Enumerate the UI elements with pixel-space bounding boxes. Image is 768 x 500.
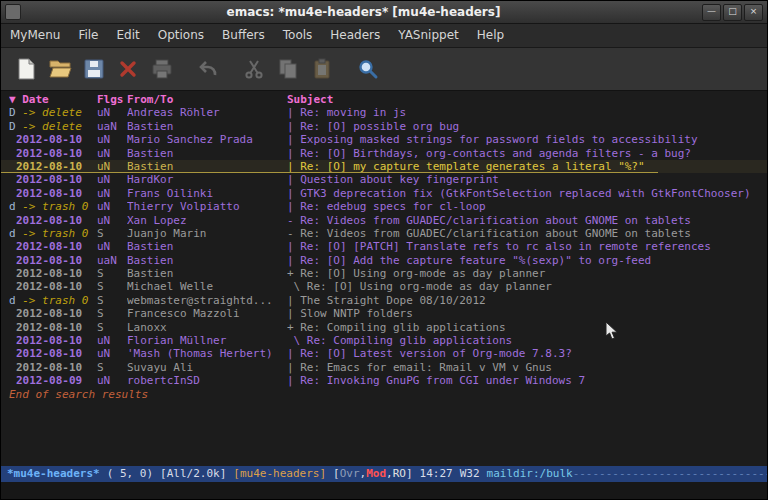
message-row[interactable]: 2012-08-10uNXan Lopez- Re: Videos from G… xyxy=(1,214,767,227)
message-mark: D -> delete xyxy=(9,120,97,133)
window-menu-icon[interactable] xyxy=(5,4,21,20)
message-row[interactable]: 2012-08-10SSuvayu Ali| Re: Emacs for ema… xyxy=(1,361,767,374)
message-flags: uN xyxy=(97,214,127,227)
end-of-results: End of search results xyxy=(1,388,767,401)
maximize-button[interactable]: □ xyxy=(723,4,742,21)
open-file-button[interactable] xyxy=(45,54,75,84)
mark-prefix: d xyxy=(9,227,16,240)
message-subject: + Re: Compiling glib applications xyxy=(287,321,767,334)
emacs-window: emacs: *mu4e-headers* [mu4e-headers] —□×… xyxy=(0,0,768,500)
message-from: webmaster@straightd... xyxy=(127,294,287,307)
menu-item-yasnippet[interactable]: YASnippet xyxy=(389,24,468,47)
menu-item-tools[interactable]: Tools xyxy=(274,24,322,47)
menu-item-help[interactable]: Help xyxy=(468,24,513,47)
message-from: Bastien xyxy=(127,267,287,280)
toolbar-group xyxy=(353,54,383,84)
message-flags: uN xyxy=(97,133,127,146)
message-mark: d -> trash 0 xyxy=(9,227,97,240)
modeline-buffer-name: *mu4e-headers* xyxy=(7,466,100,482)
modeline-major-mode[interactable]: [mu4e-headers] xyxy=(233,466,326,482)
message-row[interactable]: 2012-08-10uNFlorian Müllner \ Re: Compil… xyxy=(1,334,767,347)
message-subject: | Re: moving in js xyxy=(287,106,767,119)
message-row[interactable]: d -> trash 0SJuanjo Marin- Re: Videos fr… xyxy=(1,227,767,240)
message-from: Lanoxx xyxy=(127,321,287,334)
message-date: 2012-08-10 xyxy=(9,267,97,280)
message-row[interactable]: 2012-08-10uNBastien| Re: [O] [PATCH] Tra… xyxy=(1,240,767,253)
menu-item-options[interactable]: Options xyxy=(149,24,213,47)
message-row[interactable]: 2012-08-10SFrancesco Mazzoli| Slow NNTP … xyxy=(1,307,767,320)
message-row[interactable]: 2012-08-10uaNBastien| Re: [O] Add the ca… xyxy=(1,254,767,267)
message-subject: + Re: [O] Using org-mode as day planner xyxy=(287,267,767,280)
message-flags: S xyxy=(97,321,127,334)
message-subject: | Re: [O] Birthdays, org-contacts and ag… xyxy=(287,147,767,160)
message-row[interactable]: D -> deleteuaNBastien| Re: [O] possible … xyxy=(1,120,767,133)
header-line: ▼ Date Flgs From/To Subject xyxy=(1,93,767,106)
message-row[interactable]: 2012-08-10uNBastien| Re: [O] my capture … xyxy=(1,160,767,173)
modeline-indicator-ovr: Ovr xyxy=(340,467,360,480)
mark-action: -> delete xyxy=(16,120,82,133)
message-row[interactable]: 2012-08-09uNrobertcInSD| Re: Invoking Gn… xyxy=(1,374,767,387)
column-header-date[interactable]: ▼ Date xyxy=(9,93,97,106)
message-date: 2012-08-10 xyxy=(9,361,97,374)
message-row[interactable]: d -> trash 0Swebmaster@straightd...| The… xyxy=(1,294,767,307)
message-row[interactable]: 2012-08-10SBastien+ Re: [O] Using org-mo… xyxy=(1,267,767,280)
message-from: Francesco Mazzoli xyxy=(127,307,287,320)
message-row[interactable]: D -> deleteuNAndreas Röhler| Re: moving … xyxy=(1,106,767,119)
column-header-subject[interactable]: Subject xyxy=(287,93,767,106)
message-subject: | GTK3 deprecation fix (GtkFontSelection… xyxy=(287,187,767,200)
undo-button xyxy=(193,54,223,84)
window-title: emacs: *mu4e-headers* [mu4e-headers] xyxy=(25,5,702,19)
message-row[interactable]: 2012-08-10uNFrans Oilinki| GTK3 deprecat… xyxy=(1,187,767,200)
message-from: Bastien xyxy=(127,160,287,173)
message-subject: \ Re: [O] Using org-mode as day planner xyxy=(287,280,767,293)
save-buffer-button[interactable] xyxy=(79,54,109,84)
message-row[interactable]: d -> trash 0uNThierry Volpiatto| Re: ede… xyxy=(1,200,767,213)
cut-icon xyxy=(242,57,266,81)
message-subject: | Re: [O] Latest version of Org-mode 7.8… xyxy=(287,347,767,360)
new-file-button[interactable] xyxy=(11,54,41,84)
message-subject: | Slow NNTP folders xyxy=(287,307,767,320)
menu-item-mymenu[interactable]: MyMenu xyxy=(1,24,69,47)
mark-prefix: d xyxy=(9,200,16,213)
message-row[interactable]: 2012-08-10uNMario Sanchez Prada| Exposin… xyxy=(1,133,767,146)
message-subject: | Question about key fingerprint xyxy=(287,173,767,186)
message-flags: uN xyxy=(97,334,127,347)
message-subject: | Re: [O] [PATCH] Translate refs to rc a… xyxy=(287,240,767,253)
message-mark: d -> trash 0 xyxy=(9,200,97,213)
menu-item-file[interactable]: File xyxy=(69,24,107,47)
column-header-from[interactable]: From/To xyxy=(127,93,287,106)
close-button[interactable]: × xyxy=(744,4,763,21)
message-row[interactable]: 2012-08-10SMichael Welle \ Re: [O] Using… xyxy=(1,280,767,293)
message-row[interactable]: 2012-08-10uNHardKor| Question about key … xyxy=(1,173,767,186)
message-subject: | Re: edebug specs for cl-loop xyxy=(287,200,767,213)
menu-item-edit[interactable]: Edit xyxy=(108,24,149,47)
message-from: Juanjo Marin xyxy=(127,227,287,240)
message-flags: S xyxy=(97,280,127,293)
message-subject: | Re: [O] possible org bug xyxy=(287,120,767,133)
menu-item-headers[interactable]: Headers xyxy=(321,24,389,47)
mu4e-headers-buffer[interactable]: ▼ Date Flgs From/To Subject D -> deleteu… xyxy=(1,91,767,466)
message-from: Michael Welle xyxy=(127,280,287,293)
message-row[interactable]: 2012-08-10SLanoxx+ Re: Compiling glib ap… xyxy=(1,321,767,334)
message-from: Bastien xyxy=(127,147,287,160)
cut-button xyxy=(239,54,269,84)
menu-item-buffers[interactable]: Buffers xyxy=(213,24,274,47)
message-subject: - Re: Videos from GUADEC/clarification a… xyxy=(287,227,767,240)
message-flags: uN xyxy=(97,160,127,173)
minimize-button[interactable]: — xyxy=(702,4,721,21)
titlebar[interactable]: emacs: *mu4e-headers* [mu4e-headers] —□× xyxy=(1,1,767,24)
search-button[interactable] xyxy=(353,54,383,84)
message-flags: uN xyxy=(97,200,127,213)
copy-button xyxy=(273,54,303,84)
message-from: Thierry Volpiatto xyxy=(127,200,287,213)
echo-area[interactable] xyxy=(1,482,767,499)
column-header-flags[interactable]: Flgs xyxy=(97,93,127,106)
new-file-icon xyxy=(14,57,38,81)
message-row[interactable]: 2012-08-10uN'Mash (Thomas Herbert)| Re: … xyxy=(1,347,767,360)
message-row[interactable]: 2012-08-10uNBastien| Re: [O] Birthdays, … xyxy=(1,147,767,160)
modeline-time: 14:27 xyxy=(420,466,453,482)
message-from: Bastien xyxy=(127,240,287,253)
message-mark: d -> trash 0 xyxy=(9,294,97,307)
close-buffer-button[interactable] xyxy=(113,54,143,84)
modeline-indicator-ro: RO xyxy=(393,467,406,480)
